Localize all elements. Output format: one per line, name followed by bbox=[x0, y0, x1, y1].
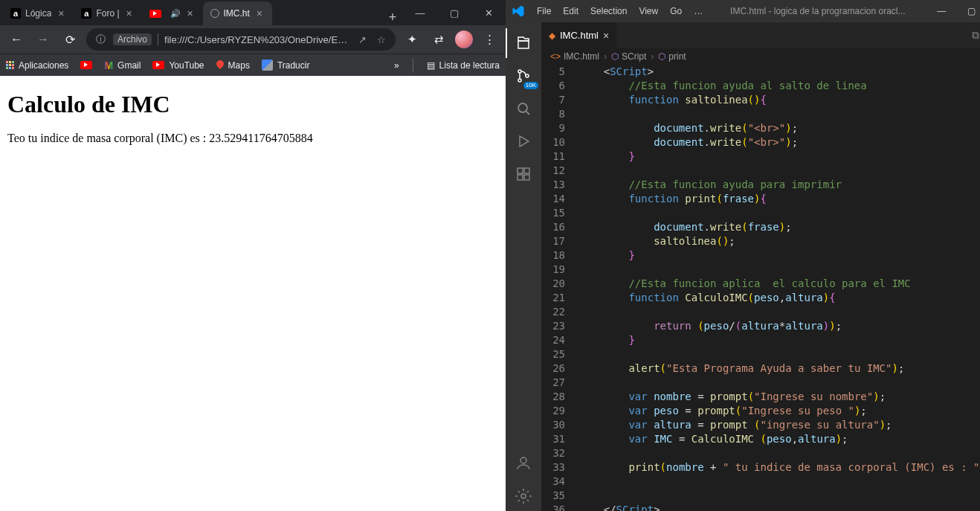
bookmark-item[interactable]: YouTube bbox=[152, 60, 204, 71]
code-line[interactable] bbox=[578, 305, 980, 319]
code-line[interactable] bbox=[578, 489, 980, 503]
line-number: 34 bbox=[541, 475, 568, 489]
browser-tab[interactable]: aForo | × bbox=[74, 1, 141, 25]
maps-icon bbox=[216, 60, 224, 71]
explorer-icon[interactable] bbox=[506, 28, 541, 58]
code-line[interactable]: //Esta funcion aplica el calculo para el… bbox=[578, 277, 980, 291]
code-line[interactable] bbox=[578, 107, 980, 121]
omnibox[interactable]: ⓘ Archivo file:///C:/Users/RYZEN%203/One… bbox=[86, 28, 396, 51]
code-editor[interactable]: 5678910111213141516171819202122232425262… bbox=[541, 65, 980, 511]
code-line[interactable]: function print(frase){ bbox=[578, 192, 980, 206]
minimize-button[interactable]: — bbox=[926, 6, 956, 16]
code-line[interactable] bbox=[578, 164, 980, 178]
extensions-icon[interactable] bbox=[506, 159, 541, 189]
breadcrumb-item[interactable]: ⬡print bbox=[658, 51, 686, 62]
code-line[interactable] bbox=[578, 475, 980, 489]
bookmark-item[interactable]: MGmail bbox=[104, 60, 141, 71]
browser-tab[interactable]: 🔊× bbox=[142, 1, 203, 25]
close-icon[interactable]: × bbox=[124, 8, 135, 19]
menu-icon[interactable]: ⋮ bbox=[479, 29, 500, 50]
code-line[interactable]: } bbox=[578, 333, 980, 347]
code-line[interactable]: //Esta funcion ayuda al salto de linea bbox=[578, 79, 980, 93]
close-icon[interactable]: × bbox=[185, 8, 196, 19]
menu-item[interactable]: Selection bbox=[584, 6, 633, 16]
info-icon[interactable]: ⓘ bbox=[94, 33, 107, 46]
code-line[interactable]: print(nombre + " tu indice de masa corpo… bbox=[578, 460, 980, 475]
youtube-icon bbox=[80, 61, 92, 69]
code-line[interactable]: <SCript> bbox=[578, 65, 980, 79]
bookmark-item[interactable] bbox=[80, 60, 92, 71]
reading-list-button[interactable]: ▤ Lista de lectura bbox=[427, 60, 500, 71]
forward-button[interactable]: → bbox=[33, 29, 54, 50]
code-line[interactable]: document.write("<br>"); bbox=[578, 135, 980, 150]
code-line[interactable]: var peso = prompt("Ingrese su peso "); bbox=[578, 404, 980, 418]
line-number: 5 bbox=[541, 65, 568, 79]
vscode-window: FileEditSelectionViewGo… IMC.html - logi… bbox=[506, 0, 980, 511]
code-line[interactable] bbox=[578, 206, 980, 220]
customize-icon[interactable]: ⇄ bbox=[428, 29, 449, 50]
code-content[interactable]: <SCript> //Esta funcion ayuda al salto d… bbox=[578, 65, 980, 511]
code-line[interactable]: var nombre = prompt("Ingrese su nombre")… bbox=[578, 390, 980, 404]
extensions-icon[interactable]: ✦ bbox=[402, 29, 422, 50]
back-button[interactable]: ← bbox=[6, 29, 27, 50]
breadcrumbs[interactable]: <>IMC.html›⬡SCript›⬡print bbox=[541, 48, 980, 65]
run-debug-icon[interactable] bbox=[506, 126, 541, 156]
code-line[interactable]: function CalculoIMC(peso,altura){ bbox=[578, 291, 980, 305]
share-icon[interactable]: ↗ bbox=[355, 33, 369, 46]
audio-icon[interactable]: 🔊 bbox=[170, 9, 181, 19]
compare-icon[interactable]: ⧉ bbox=[972, 29, 979, 42]
browser-tab[interactable]: IMC.ht× bbox=[203, 1, 272, 25]
source-control-icon[interactable]: 10K bbox=[506, 61, 541, 91]
close-icon[interactable]: × bbox=[254, 8, 265, 19]
close-icon[interactable]: × bbox=[603, 30, 609, 42]
menu-item[interactable]: Go bbox=[664, 6, 688, 16]
editor-tab-imc[interactable]: ◆ IMC.html × bbox=[541, 22, 617, 48]
breadcrumb-item[interactable]: <>IMC.html bbox=[550, 51, 599, 62]
code-line[interactable] bbox=[578, 347, 980, 361]
reload-button[interactable]: ⟳ bbox=[59, 29, 80, 50]
maximize-button[interactable]: ▢ bbox=[956, 6, 980, 16]
code-line[interactable] bbox=[578, 446, 980, 460]
code-line[interactable]: function saltolinea(){ bbox=[578, 93, 980, 107]
page-paragraph: Teo tu indice de masa corporal (IMC) es … bbox=[7, 132, 498, 145]
code-line[interactable]: var IMC = CalculoIMC (peso,altura); bbox=[578, 432, 980, 446]
chrome-window: aLógica×aForo | ×🔊×IMC.ht× + — ▢ ✕ ← → ⟳… bbox=[0, 0, 506, 511]
code-line[interactable]: document.write(frase); bbox=[578, 220, 980, 234]
profile-avatar[interactable] bbox=[455, 30, 473, 48]
browser-tab[interactable]: aLógica× bbox=[3, 1, 74, 25]
menu-item[interactable]: Edit bbox=[557, 6, 584, 16]
code-line[interactable]: } bbox=[578, 150, 980, 164]
code-line[interactable]: alert("Esta Programa Ayuda a saber tu IM… bbox=[578, 361, 980, 376]
minimize-button[interactable]: — bbox=[403, 0, 437, 25]
editor-tabs: ◆ IMC.html × ⧉ ⋯ bbox=[541, 22, 980, 48]
bookmark-item[interactable]: Traducir bbox=[262, 60, 310, 71]
search-icon[interactable] bbox=[506, 94, 541, 123]
menu-item[interactable]: … bbox=[688, 6, 709, 16]
youtube-icon bbox=[152, 61, 164, 69]
settings-gear-icon[interactable] bbox=[506, 481, 541, 511]
code-line[interactable] bbox=[578, 376, 980, 390]
code-line[interactable]: document.write("<br>"); bbox=[578, 121, 980, 135]
menu-item[interactable]: File bbox=[531, 6, 557, 16]
page-heading: Calculo de IMC bbox=[7, 91, 498, 118]
line-number: 36 bbox=[541, 503, 568, 511]
bookmarks-overflow[interactable]: » bbox=[394, 60, 399, 71]
code-line[interactable] bbox=[578, 263, 980, 277]
code-line[interactable]: return (peso/(altura*altura)); bbox=[578, 319, 980, 333]
line-number: 32 bbox=[541, 446, 568, 460]
close-icon[interactable]: × bbox=[56, 8, 66, 19]
apps-button[interactable]: Aplicaciones bbox=[6, 60, 68, 71]
breadcrumb-item[interactable]: ⬡SCript bbox=[611, 51, 646, 62]
code-line[interactable]: </SCript> bbox=[578, 503, 980, 511]
new-tab-button[interactable]: + bbox=[382, 10, 403, 25]
code-line[interactable]: saltolinea(); bbox=[578, 234, 980, 248]
code-line[interactable]: var altura = prompt ("ingrese su altura"… bbox=[578, 418, 980, 432]
code-line[interactable]: } bbox=[578, 248, 980, 263]
menu-item[interactable]: View bbox=[633, 6, 664, 16]
star-icon[interactable]: ☆ bbox=[375, 33, 388, 46]
code-line[interactable]: //Esta funcion ayuda para imprimir bbox=[578, 178, 980, 192]
account-icon[interactable] bbox=[506, 449, 541, 478]
bookmark-item[interactable]: Maps bbox=[216, 60, 250, 71]
maximize-button[interactable]: ▢ bbox=[437, 0, 471, 25]
close-button[interactable]: ✕ bbox=[471, 0, 506, 25]
